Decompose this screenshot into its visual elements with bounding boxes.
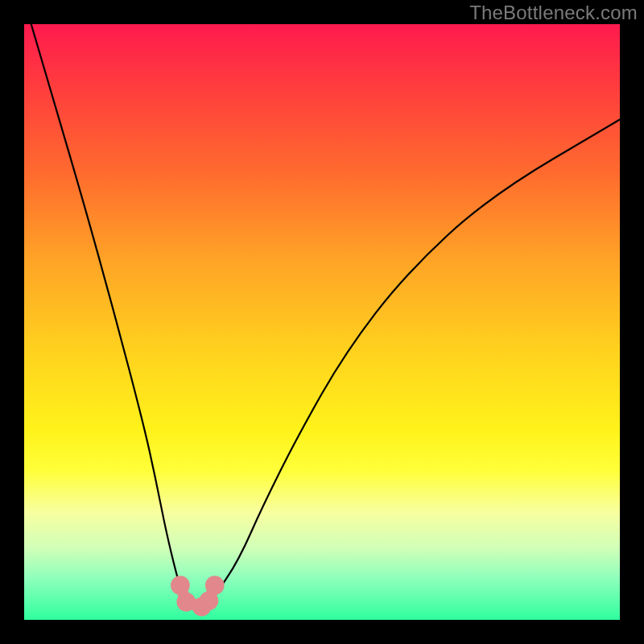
chart-svg <box>24 24 620 620</box>
marker-1 <box>171 576 190 595</box>
watermark-text: TheBottleneck.com <box>469 2 638 24</box>
chart-frame: TheBottleneck.com <box>0 0 644 644</box>
bottleneck-curve <box>24 24 620 608</box>
marker-5 <box>205 576 225 595</box>
plot-area <box>24 24 620 620</box>
